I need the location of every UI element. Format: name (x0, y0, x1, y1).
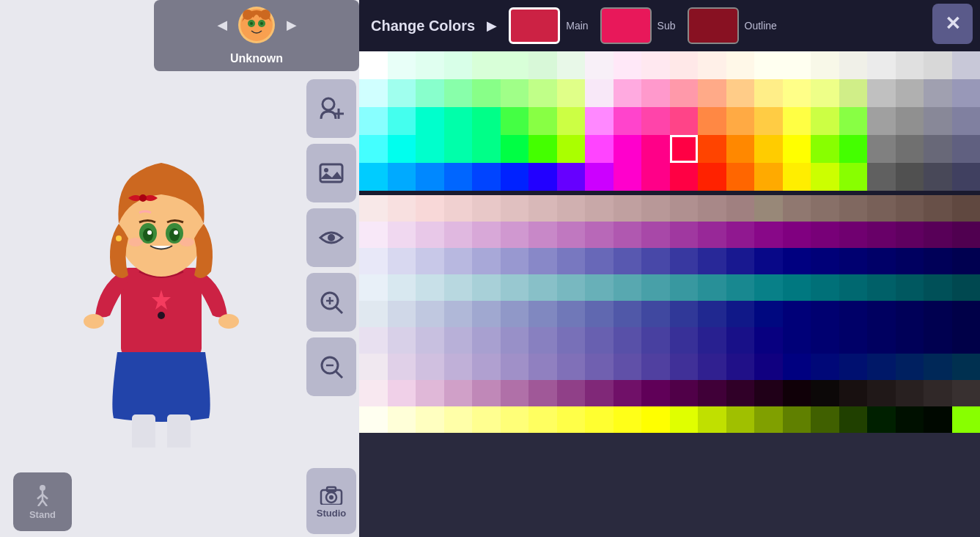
color-cell[interactable] (726, 380, 755, 406)
color-cell[interactable] (726, 79, 755, 107)
color-cell[interactable] (472, 222, 501, 248)
color-cell[interactable] (839, 327, 868, 354)
color-cell[interactable] (698, 354, 726, 380)
color-cell[interactable] (811, 135, 839, 163)
color-cell[interactable] (670, 107, 699, 135)
color-cell[interactable] (698, 327, 726, 354)
color-cell[interactable] (472, 406, 501, 433)
color-cell[interactable] (416, 380, 444, 406)
color-cell[interactable] (641, 195, 670, 222)
color-cell[interactable] (359, 163, 388, 191)
color-cell[interactable] (952, 222, 981, 248)
color-cell[interactable] (783, 354, 811, 380)
color-cell[interactable] (501, 354, 529, 380)
color-cell[interactable] (754, 163, 783, 191)
color-cell[interactable] (698, 248, 726, 274)
color-cell[interactable] (924, 406, 952, 433)
color-cell[interactable] (388, 354, 416, 380)
color-cell[interactable] (726, 222, 755, 248)
color-cell[interactable] (670, 380, 699, 406)
color-cell[interactable] (952, 135, 981, 163)
stand-button[interactable]: Stand (13, 472, 72, 531)
color-cell[interactable] (472, 327, 501, 354)
zoom-out-button[interactable] (306, 337, 356, 396)
color-cell[interactable] (924, 135, 952, 163)
eye-button[interactable] (306, 208, 356, 267)
color-cell[interactable] (359, 380, 388, 406)
color-cell[interactable] (896, 248, 924, 274)
color-cell[interactable] (811, 195, 839, 222)
color-cell[interactable] (557, 79, 586, 107)
color-cell[interactable] (698, 301, 726, 327)
color-cell[interactable] (754, 51, 783, 79)
color-cell[interactable] (924, 380, 952, 406)
color-cell[interactable] (811, 51, 839, 79)
color-cell[interactable] (754, 274, 783, 301)
color-cell[interactable] (472, 354, 501, 380)
color-cell[interactable] (754, 79, 783, 107)
color-cell[interactable] (726, 406, 755, 433)
color-cell[interactable] (783, 135, 811, 163)
color-cell[interactable] (924, 195, 952, 222)
color-cell[interactable] (641, 163, 670, 191)
color-cell[interactable] (472, 51, 501, 79)
color-cell[interactable] (754, 135, 783, 163)
color-cell[interactable] (867, 327, 896, 354)
color-cell[interactable] (754, 222, 783, 248)
color-cell[interactable] (783, 195, 811, 222)
color-cell[interactable] (557, 354, 586, 380)
color-cell[interactable] (783, 274, 811, 301)
color-cell[interactable] (726, 163, 755, 191)
color-cell[interactable] (811, 248, 839, 274)
color-cell[interactable] (839, 248, 868, 274)
color-cell[interactable] (444, 301, 473, 327)
color-cell[interactable] (528, 274, 557, 301)
color-cell[interactable] (444, 79, 473, 107)
color-cell[interactable] (896, 380, 924, 406)
color-cell[interactable] (614, 135, 642, 163)
color-cell[interactable] (952, 406, 981, 433)
color-cell[interactable] (585, 301, 614, 327)
color-cell[interactable] (388, 163, 416, 191)
color-cell[interactable] (557, 301, 586, 327)
color-cell[interactable] (614, 163, 642, 191)
color-cell[interactable] (585, 406, 614, 433)
color-cell[interactable] (585, 380, 614, 406)
color-cell[interactable] (839, 222, 868, 248)
color-cell[interactable] (924, 163, 952, 191)
color-cell[interactable] (501, 222, 529, 248)
color-cell[interactable] (528, 195, 557, 222)
color-cell[interactable] (811, 163, 839, 191)
color-cell[interactable] (698, 163, 726, 191)
color-cell[interactable] (783, 51, 811, 79)
studio-button[interactable]: Studio (306, 468, 356, 534)
color-cell[interactable] (416, 107, 444, 135)
color-cell[interactable] (754, 380, 783, 406)
color-cell[interactable] (896, 406, 924, 433)
color-cell[interactable] (811, 222, 839, 248)
color-cell[interactable] (641, 301, 670, 327)
color-cell[interactable] (641, 274, 670, 301)
color-cell[interactable] (839, 51, 868, 79)
color-cell[interactable] (867, 274, 896, 301)
color-cell[interactable] (896, 79, 924, 107)
color-cell[interactable] (416, 79, 444, 107)
color-cell[interactable] (952, 301, 981, 327)
color-cell[interactable] (416, 301, 444, 327)
color-cell[interactable] (867, 222, 896, 248)
color-cell[interactable] (698, 51, 726, 79)
color-cell[interactable] (867, 107, 896, 135)
color-cell[interactable] (924, 51, 952, 79)
color-cell[interactable] (698, 79, 726, 107)
color-cell[interactable] (472, 274, 501, 301)
color-cell[interactable] (388, 222, 416, 248)
color-cell[interactable] (528, 51, 557, 79)
color-cell[interactable] (867, 406, 896, 433)
image-button[interactable] (306, 144, 356, 202)
color-cell[interactable] (528, 163, 557, 191)
next-character-button[interactable]: ▸ (287, 15, 295, 35)
color-cell[interactable] (698, 222, 726, 248)
color-cell[interactable] (501, 301, 529, 327)
color-cell[interactable] (416, 222, 444, 248)
color-cell[interactable] (585, 248, 614, 274)
